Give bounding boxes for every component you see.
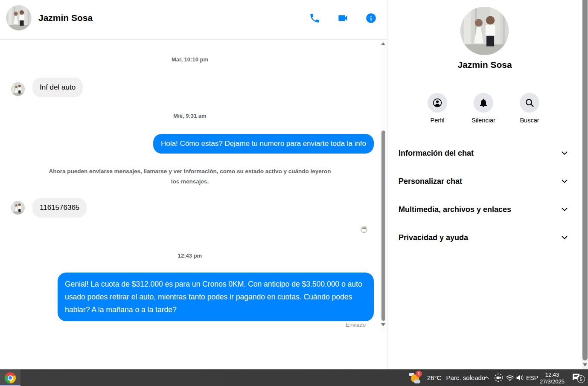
- contact-avatar: [6, 5, 32, 31]
- conversation-details-pane: Jazmin Sosa Perfil Silenciar Buscar Info…: [387, 0, 588, 369]
- bell-icon: [478, 98, 489, 108]
- chevron-down-icon: [560, 233, 569, 242]
- scroll-down-arrow[interactable]: [583, 363, 587, 366]
- scroll-down-arrow[interactable]: [381, 323, 385, 326]
- profile-name: Jazmin Sosa: [387, 60, 582, 70]
- chat-header-actions: [307, 10, 378, 26]
- outgoing-message[interactable]: Genial! La cuota de $312.000 es para un …: [58, 273, 374, 321]
- video-call-icon: [337, 12, 349, 24]
- video-call-button[interactable]: [335, 10, 350, 26]
- weather-description: Parc. soleado: [446, 374, 486, 381]
- details-scrollbar[interactable]: [582, 0, 588, 369]
- speaker-icon: [515, 373, 524, 382]
- chrome-icon: [5, 372, 16, 383]
- read-receipt-avatar: [361, 226, 367, 233]
- phone-icon: [309, 12, 320, 24]
- clock-time: 12:43: [536, 371, 568, 378]
- weather-temperature: 26°C: [427, 374, 442, 381]
- mute-button-label: Silenciar: [461, 117, 506, 124]
- chat-header-user[interactable]: Jazmin Sosa: [6, 5, 93, 31]
- profile-avatar[interactable]: [460, 7, 509, 55]
- search-button-label: Buscar: [512, 117, 547, 124]
- chrome-taskbar-button[interactable]: [0, 369, 20, 386]
- message-avatar: [11, 201, 25, 215]
- incoming-message[interactable]: Inf del auto: [32, 78, 83, 97]
- chat-header: Jazmin Sosa: [0, 0, 387, 40]
- scroll-up-arrow[interactable]: [381, 42, 385, 45]
- composer: GIF: [0, 338, 387, 363]
- details-scrollbar-thumb[interactable]: [582, 0, 588, 360]
- meet-now-icon: [494, 373, 504, 383]
- outgoing-message[interactable]: Hola! Cómo estas? Dejame tu numero para …: [153, 134, 374, 154]
- notification-center-button[interactable]: 5: [569, 369, 586, 386]
- timestamp-divider: 12:43 pm: [0, 252, 380, 259]
- taskbar-clock[interactable]: 12:43 27/3/2025: [536, 369, 568, 386]
- search-in-conversation-button[interactable]: [520, 93, 539, 113]
- voice-call-button[interactable]: [307, 10, 322, 26]
- profile-button-label: Perfil: [420, 117, 454, 124]
- conversation-info-button[interactable]: [363, 10, 378, 26]
- timestamp-divider: Mar, 10:10 pm: [0, 56, 380, 63]
- weather-widget[interactable]: 1 26°C Parc. soleado: [406, 369, 488, 386]
- search-icon: [524, 98, 535, 108]
- section-media-files-links[interactable]: Multimedia, archivos y enlaces: [392, 200, 578, 219]
- windows-taskbar: 1 26°C Parc. soleado ESP 12:43 27/3/2025…: [0, 369, 588, 386]
- chat-pane: Jazmin Sosa Mar, 10:10 pm Inf del auto M…: [0, 0, 387, 369]
- notification-count-badge: 5: [577, 375, 585, 383]
- clock-date: 27/3/2025: [536, 378, 568, 385]
- chevron-up-icon: [483, 374, 490, 381]
- system-notice: Ahora pueden enviarse mensajes, llamarse…: [45, 166, 335, 187]
- incoming-message[interactable]: 1161576365: [32, 198, 87, 218]
- chat-scrollbar-thumb[interactable]: [381, 131, 385, 321]
- tray-overflow-button[interactable]: [481, 369, 492, 386]
- weather-alert-badge: 1: [416, 371, 422, 377]
- chat-title: Jazmin Sosa: [38, 13, 93, 23]
- chat-scrollbar[interactable]: [380, 40, 387, 331]
- section-customize-chat[interactable]: Personalizar chat: [392, 172, 578, 191]
- volume-button[interactable]: [514, 369, 525, 386]
- section-privacy-support[interactable]: Privacidad y ayuda: [392, 228, 578, 247]
- message-delivery-status: Enviado: [346, 322, 366, 328]
- info-icon: [365, 12, 377, 24]
- mute-button[interactable]: [474, 93, 493, 113]
- weather-icon: 1: [409, 371, 422, 384]
- messenger-app: Jazmin Sosa Mar, 10:10 pm Inf del auto M…: [0, 0, 588, 386]
- chevron-down-icon: [560, 148, 569, 158]
- chevron-down-icon: [560, 205, 569, 214]
- meet-now-button[interactable]: [492, 369, 504, 386]
- section-chat-info[interactable]: Información del chat: [392, 144, 578, 163]
- wifi-icon: [506, 374, 514, 382]
- profile-button[interactable]: [428, 93, 447, 113]
- message-avatar: [11, 82, 25, 96]
- profile-icon: [432, 98, 442, 108]
- chevron-down-icon: [560, 177, 569, 186]
- timestamp-divider: Mié, 9:31 am: [0, 113, 380, 119]
